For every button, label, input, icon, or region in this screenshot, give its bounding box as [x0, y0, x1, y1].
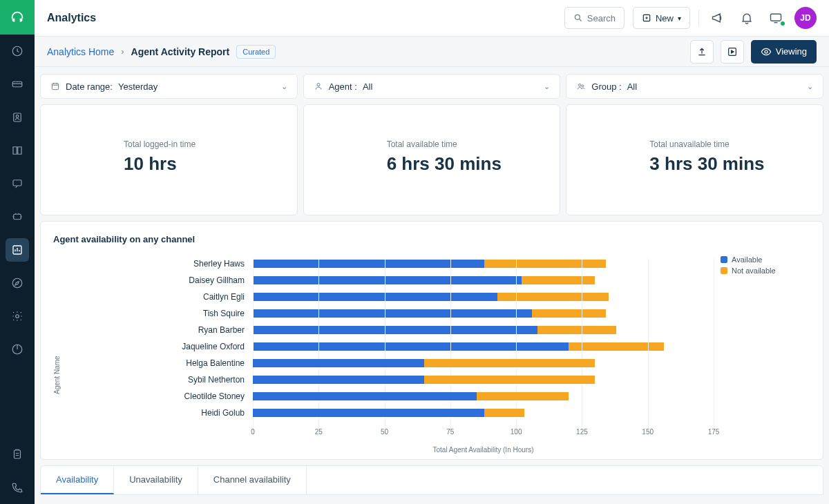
bar-label: Sherley Haws: [66, 259, 253, 269]
chevron-right-icon: ›: [121, 46, 124, 57]
new-label: New: [656, 13, 674, 23]
tab-availability[interactable]: Availability: [41, 466, 114, 494]
bar-track: [253, 359, 714, 367]
svg-point-16: [317, 84, 320, 86]
legend-swatch: [721, 256, 727, 263]
bar-label: Daisey Gillham: [66, 275, 253, 285]
stat-card: Total unavailable time3 hrs 30 mins: [566, 104, 823, 215]
filter-value: Yesterday: [118, 81, 158, 92]
axis-tick: 175: [708, 428, 720, 436]
stats-row: Total logged-in time10 hrsTotal availabl…: [40, 104, 823, 215]
freshdesk-status-icon[interactable]: [765, 8, 786, 28]
breadcrumb-bar: Analytics Home › Agent Activity Report C…: [35, 37, 829, 67]
filter-label: Agent :: [329, 81, 357, 92]
bar-track: [253, 392, 714, 400]
present-button[interactable]: [721, 40, 744, 64]
settings-icon[interactable]: [6, 304, 29, 328]
explore-icon[interactable]: [6, 271, 29, 295]
chevron-down-icon: ▾: [678, 14, 681, 22]
chart-xlabel: Total Agent Availability (In Hours): [66, 446, 714, 454]
bar-segment: [253, 359, 424, 367]
bar-track: [253, 376, 714, 384]
bell-icon[interactable]: [736, 8, 757, 28]
viewing-button[interactable]: Viewing: [751, 40, 817, 64]
stat-label: Total available time: [387, 139, 544, 149]
bar-label: Tish Squire: [66, 309, 253, 318]
breadcrumb-home[interactable]: Analytics Home: [47, 46, 114, 57]
bar-label: Jaqueline Oxford: [66, 342, 253, 351]
clipboard-icon[interactable]: [6, 443, 29, 466]
analytics-icon[interactable]: [6, 238, 29, 262]
legend-item: Not available: [721, 266, 810, 275]
chart-bar-row: Jaqueline Oxford: [66, 338, 714, 355]
stat-label: Total unavailable time: [649, 139, 806, 149]
new-button[interactable]: New ▾: [633, 7, 690, 29]
dashboard-icon[interactable]: [6, 39, 29, 63]
stat-card: Total available time6 hrs 30 mins: [303, 104, 561, 215]
bar-label: Sybil Netherton: [66, 375, 253, 385]
bar-segment: [424, 359, 595, 367]
avatar[interactable]: JD: [794, 7, 817, 29]
search-placeholder: Search: [587, 13, 616, 23]
svg-rect-4: [13, 180, 21, 186]
axis-tick: 25: [315, 428, 323, 436]
brand-logo[interactable]: [0, 0, 35, 35]
chart-card: Agent availability on any channel Agent …: [40, 221, 823, 460]
bar-segment: [253, 409, 484, 417]
chat-icon[interactable]: [6, 172, 29, 195]
apps-icon[interactable]: [6, 338, 29, 361]
bar-label: Caitlyn Egli: [66, 292, 253, 302]
svg-point-14: [765, 50, 768, 53]
chart-x-axis: 0255075100125150175: [253, 428, 714, 438]
contacts-icon[interactable]: [6, 106, 29, 129]
stat-label: Total logged-in time: [124, 139, 280, 149]
chart-title: Agent availability on any channel: [53, 234, 810, 244]
legend-swatch: [721, 267, 727, 274]
user-icon: [314, 81, 323, 91]
megaphone-icon[interactable]: [707, 8, 728, 28]
plus-box-icon: [642, 13, 651, 23]
stat-value: 10 hrs: [124, 153, 280, 175]
axis-tick: 50: [381, 428, 388, 436]
svg-rect-1: [12, 81, 22, 87]
svg-point-3: [16, 115, 19, 118]
search-icon: [573, 13, 583, 23]
chart-plot: Sherley HawsDaisey GillhamCaitlyn EgliTi…: [66, 255, 714, 421]
svg-point-8: [16, 315, 19, 318]
stat-value: 3 hrs 30 mins: [649, 153, 806, 175]
bar-label: Helga Balentine: [66, 358, 253, 368]
topbar: Analytics Search New ▾ JD: [35, 0, 829, 37]
bar-label: Ryan Barber: [66, 325, 253, 335]
tickets-icon[interactable]: [6, 72, 29, 96]
bot-icon[interactable]: [6, 205, 29, 229]
svg-rect-9: [15, 450, 21, 458]
tab-channel-availability[interactable]: Channel availability: [198, 466, 307, 494]
date-range-filter[interactable]: Date range: Yesterday ⌄: [40, 74, 298, 99]
tab-unavailability[interactable]: Unavailability: [114, 466, 198, 494]
calendar-icon: [50, 81, 60, 91]
stat-card: Total logged-in time10 hrs: [40, 104, 298, 215]
filter-value: All: [363, 81, 372, 92]
viewing-label: Viewing: [776, 46, 807, 57]
chart-ylabel: Agent Name: [53, 255, 61, 454]
bar-track: [253, 409, 714, 417]
upload-icon: [696, 46, 707, 57]
bar-track: [253, 342, 714, 351]
export-button[interactable]: [690, 40, 714, 64]
chevron-down-icon: ⌄: [544, 82, 550, 91]
agent-filter[interactable]: Agent : All ⌄: [303, 74, 561, 99]
group-icon: [576, 81, 586, 91]
bar-label: Heidi Golub: [66, 408, 253, 418]
breadcrumb-current: Agent Activity Report: [131, 46, 230, 57]
filter-label: Group :: [591, 81, 621, 92]
svg-point-17: [579, 84, 582, 87]
group-filter[interactable]: Group : All ⌄: [566, 74, 823, 99]
filter-value: All: [627, 81, 637, 92]
eye-icon: [761, 46, 772, 57]
bar-segment: [253, 376, 424, 384]
solutions-icon[interactable]: [6, 139, 29, 162]
phone-icon[interactable]: [6, 476, 29, 499]
axis-tick: 75: [446, 428, 454, 436]
legend-label: Available: [732, 255, 762, 264]
search-button[interactable]: Search: [564, 7, 625, 29]
